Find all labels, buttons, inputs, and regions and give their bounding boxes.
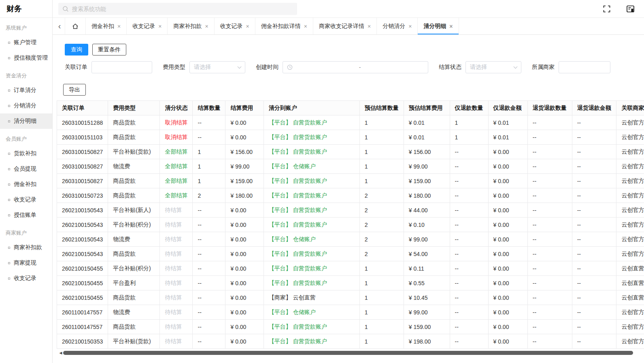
sidebar-item-授信账单[interactable]: 授信账单 bbox=[0, 207, 52, 223]
cell-return_amt: -- bbox=[572, 290, 616, 305]
cell-est_fee: ¥ 0.55 bbox=[404, 276, 450, 290]
cell-est_fee: ¥ 159.00 bbox=[404, 174, 450, 188]
sidebar-item-佣金补扣[interactable]: 佣金补扣 bbox=[0, 177, 52, 192]
cell-refund_amt: ¥ 0.00 bbox=[488, 320, 527, 334]
cell-fee: ¥ 0.00 bbox=[225, 261, 264, 276]
settle-status-label: 结算状态 bbox=[439, 64, 461, 71]
close-icon[interactable]: × bbox=[117, 23, 121, 29]
sidebar-item-label: 会员提现 bbox=[14, 165, 36, 173]
merchant-input[interactable] bbox=[559, 61, 610, 73]
home-icon bbox=[72, 23, 79, 30]
query-button[interactable]: 查询 bbox=[65, 44, 88, 56]
cell-qty: -- bbox=[193, 290, 225, 305]
tab-home[interactable] bbox=[65, 18, 86, 34]
cell-order: 2601100147557 bbox=[57, 305, 108, 320]
table-row: 2603100150723商品货款全部结算2¥ 180.00【平台】 自营货款账… bbox=[57, 188, 644, 203]
cell-fee_type: 物流费 bbox=[108, 159, 160, 174]
cell-return_qty: -- bbox=[527, 145, 572, 159]
cell-fee_type: 商品货款 bbox=[108, 320, 160, 334]
column-header-仅退款数量: 仅退款数量 bbox=[450, 101, 488, 115]
tab-商家收支记录详情[interactable]: 商家收支记录详情 × bbox=[313, 18, 377, 34]
cell-fee: ¥ 0.00 bbox=[225, 247, 264, 261]
sidebar-item-分销清分[interactable]: 分销清分 bbox=[0, 98, 52, 113]
tabs-scroll-left-icon[interactable]: ‹ bbox=[54, 18, 65, 34]
table-row: 2602100150455平台补贴(积分)待结算--¥ 0.00【平台】 自营货… bbox=[57, 261, 644, 276]
fee-type-select[interactable]: 请选择 bbox=[189, 61, 245, 73]
horizontal-scrollbar[interactable]: ◀ bbox=[58, 350, 642, 355]
fullscreen-icon[interactable] bbox=[603, 5, 610, 13]
sidebar-item-账户管理[interactable]: 账户管理 bbox=[0, 35, 52, 50]
sidebar-item-收支记录[interactable]: 收支记录 bbox=[0, 271, 52, 286]
global-search[interactable] bbox=[58, 3, 297, 15]
search-input[interactable] bbox=[72, 6, 293, 12]
related-order-input[interactable] bbox=[91, 61, 152, 73]
sidebar-item-授信额度管理[interactable]: 授信额度管理 bbox=[0, 50, 52, 66]
cell-status: 待结算 bbox=[160, 320, 193, 334]
cell-est_qty: 1 bbox=[359, 115, 404, 130]
settle-status-select[interactable]: 请选择 bbox=[465, 61, 521, 73]
tab-商家补扣款[interactable]: 商家补扣款 × bbox=[168, 18, 214, 34]
close-icon[interactable]: × bbox=[304, 23, 307, 29]
export-button[interactable]: 导出 bbox=[63, 84, 86, 96]
cell-refund_qty: -- bbox=[450, 276, 488, 290]
column-header-关联订单: 关联订单 bbox=[57, 101, 108, 115]
cell-fee: ¥ 0.00 bbox=[225, 232, 264, 247]
cell-est_qty: 1 bbox=[359, 159, 404, 174]
sidebar-item-商家提现[interactable]: 商家提现 bbox=[0, 255, 52, 271]
close-icon[interactable]: × bbox=[449, 23, 453, 29]
cell-account: 【平台】 自营货款账户 bbox=[264, 145, 359, 159]
column-header-费用类型: 费用类型 bbox=[108, 101, 160, 115]
reset-button[interactable]: 重置条件 bbox=[92, 44, 126, 56]
close-icon[interactable]: × bbox=[368, 23, 371, 29]
cell-est_fee: ¥ 99.00 bbox=[404, 159, 450, 174]
cell-status: 待结算 bbox=[160, 247, 193, 261]
cell-return_amt: -- bbox=[572, 276, 616, 290]
cell-order: 2602100150455 bbox=[57, 261, 108, 276]
create-time-range-picker[interactable]: - bbox=[283, 61, 428, 73]
cell-return_amt: -- bbox=[572, 320, 616, 334]
date-range-separator: - bbox=[357, 64, 363, 70]
sidebar-item-货款补扣[interactable]: 货款补扣 bbox=[0, 146, 52, 161]
filter-actions: 查询 重置条件 bbox=[65, 44, 644, 56]
tab-收支记录[interactable]: 收支记录 × bbox=[127, 18, 168, 34]
sidebar-item-清分明细[interactable]: 清分明细 bbox=[0, 113, 52, 129]
cell-fee: ¥ 0.00 bbox=[225, 320, 264, 334]
sidebar-item-商家补扣款[interactable]: 商家补扣款 bbox=[0, 240, 52, 255]
cell-qty: -- bbox=[193, 115, 225, 130]
tab-佣金补扣[interactable]: 佣金补扣 × bbox=[86, 18, 127, 34]
table-toolbar: 导出 bbox=[63, 84, 644, 96]
scrollbar-thumb[interactable] bbox=[63, 351, 633, 355]
cell-qty: -- bbox=[193, 203, 225, 218]
tab-收支记录[interactable]: 收支记录 × bbox=[215, 18, 255, 34]
tab-佣金补扣款详情[interactable]: 佣金补扣款详情 × bbox=[255, 18, 313, 34]
sidebar-item-订单清分[interactable]: 订单清分 bbox=[0, 83, 52, 98]
sidebar-item-会员提现[interactable]: 会员提现 bbox=[0, 161, 52, 177]
close-icon[interactable]: × bbox=[158, 23, 162, 29]
tab-分销清分[interactable]: 分销清分 × bbox=[377, 18, 418, 34]
cell-return_qty: -- bbox=[527, 320, 572, 334]
table-row: 2602100150543平台补贴(积分)待结算--¥ 0.00【平台】 自营货… bbox=[57, 218, 644, 232]
cell-refund_qty: 1 bbox=[450, 115, 488, 130]
sidebar: 财务 系统账户 账户管理 授信额度管理 资金清分 订单清分 分销清分 清分明细 … bbox=[0, 0, 53, 363]
chevron-down-icon bbox=[238, 64, 242, 68]
close-icon[interactable]: × bbox=[205, 23, 208, 29]
sidebar-item-收支记录[interactable]: 收支记录 bbox=[0, 192, 52, 207]
cell-account: 【平台】 自营货款账户 bbox=[264, 115, 359, 130]
cell-account: 【平台】 自营货款账户 bbox=[264, 218, 359, 232]
report-icon[interactable] bbox=[627, 5, 634, 13]
column-header-清分状态: 清分状态 bbox=[160, 101, 193, 115]
cell-est_qty: 1 bbox=[359, 290, 404, 305]
close-icon[interactable]: × bbox=[246, 23, 249, 29]
cell-fee_type: 平台补贴(新人) bbox=[108, 203, 160, 218]
square-bullet-icon bbox=[8, 105, 10, 107]
table-row: 2603100150827商品货款全部结算1¥ 159.00【平台】 自营货款账… bbox=[57, 174, 644, 188]
cell-refund_qty: -- bbox=[450, 218, 488, 232]
tab-清分明细[interactable]: 清分明细 × bbox=[418, 18, 459, 34]
close-icon[interactable]: × bbox=[408, 23, 412, 29]
create-time-label: 创建时间 bbox=[256, 64, 278, 71]
scrollbar-track[interactable] bbox=[63, 351, 642, 355]
app-root: 财务 系统账户 账户管理 授信额度管理 资金清分 订单清分 分销清分 清分明细 … bbox=[0, 0, 644, 363]
sidebar-item-label: 授信账单 bbox=[14, 211, 36, 219]
scroll-left-arrow-icon[interactable]: ◀ bbox=[58, 350, 63, 355]
cell-fee: ¥ 0.00 bbox=[225, 218, 264, 232]
